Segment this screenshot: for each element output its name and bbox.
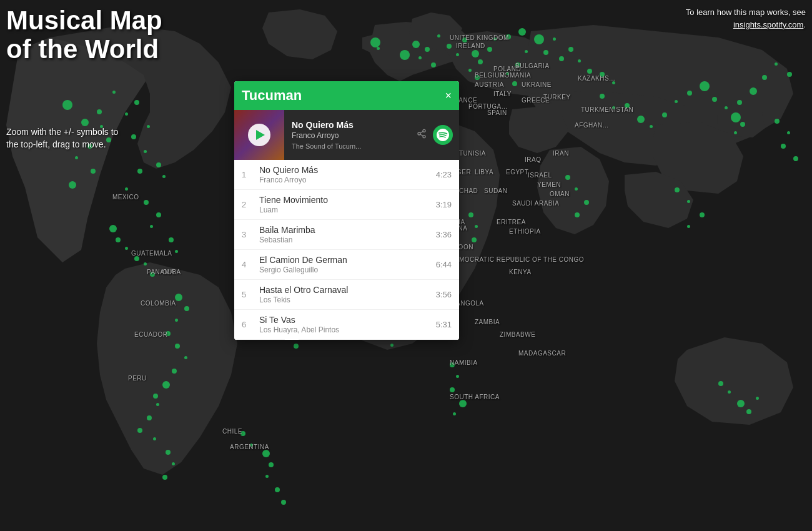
map-dot[interactable] (568, 47, 573, 52)
map-dot[interactable] (281, 500, 286, 505)
map-dot[interactable] (294, 344, 299, 349)
map-dot[interactable] (512, 81, 517, 86)
map-dot[interactable] (269, 462, 274, 467)
popup-close-button[interactable]: × (445, 90, 452, 101)
map-dot[interactable] (137, 428, 142, 433)
map-dot[interactable] (740, 122, 745, 127)
map-dot[interactable] (153, 437, 156, 440)
map-dot[interactable] (478, 59, 483, 64)
map-dot[interactable] (515, 62, 520, 67)
map-dot[interactable] (156, 162, 161, 167)
map-dot[interactable] (472, 50, 479, 57)
map-dot[interactable] (162, 381, 170, 389)
map-dot[interactable] (150, 225, 153, 228)
map-dot[interactable] (746, 409, 751, 414)
map-dot[interactable] (787, 131, 790, 134)
map-dot[interactable] (456, 375, 459, 378)
map-dot[interactable] (453, 412, 456, 415)
map-dot[interactable] (75, 156, 78, 159)
play-button[interactable] (248, 124, 270, 146)
map-dot[interactable] (475, 75, 480, 80)
track-list-item[interactable]: 3 Baila Marimba Sebastian 3:36 (234, 220, 459, 250)
map-dot[interactable] (506, 34, 511, 39)
map-dot[interactable] (762, 75, 767, 80)
map-dot[interactable] (275, 487, 280, 492)
map-dot[interactable] (600, 72, 605, 77)
map-dot[interactable] (793, 156, 798, 161)
map-dot[interactable] (156, 403, 159, 406)
map-dot[interactable] (175, 344, 180, 349)
map-dot[interactable] (725, 106, 728, 109)
map-dot[interactable] (718, 381, 723, 386)
map-dot[interactable] (125, 187, 128, 191)
insights-link[interactable]: insights.spotify.com (733, 20, 803, 29)
spotify-icon[interactable] (433, 125, 453, 145)
map-dot[interactable] (525, 50, 528, 53)
map-dot[interactable] (450, 362, 455, 367)
map-dot[interactable] (700, 212, 705, 217)
map-dot[interactable] (600, 94, 605, 99)
map-dot[interactable] (518, 28, 526, 36)
map-dot[interactable] (612, 106, 615, 109)
map-dot[interactable] (543, 50, 548, 55)
map-dot[interactable] (750, 87, 757, 95)
map-dot[interactable] (184, 306, 189, 311)
map-dot[interactable] (675, 187, 680, 192)
map-dot[interactable] (553, 37, 556, 41)
map-dot[interactable] (137, 169, 142, 174)
map-dot[interactable] (475, 225, 478, 228)
map-dot[interactable] (240, 431, 245, 436)
map-dot[interactable] (412, 41, 420, 48)
map-dot[interactable] (109, 225, 117, 232)
map-dot[interactable] (506, 72, 509, 75)
map-dot[interactable] (468, 212, 473, 217)
map-dot[interactable] (162, 475, 167, 480)
map-dot[interactable] (472, 237, 477, 242)
map-dot[interactable] (468, 69, 472, 72)
map-dot[interactable] (370, 37, 380, 47)
map-dot[interactable] (175, 250, 178, 253)
map-dot[interactable] (125, 247, 128, 250)
map-dot[interactable] (675, 100, 678, 103)
map-dot[interactable] (712, 97, 717, 102)
map-dot[interactable] (116, 237, 121, 242)
map-dot[interactable] (172, 462, 175, 465)
map-dot[interactable] (565, 175, 570, 180)
map-dot[interactable] (431, 62, 436, 67)
share-icon[interactable] (417, 129, 427, 141)
map-dot[interactable] (578, 59, 581, 62)
map-dot[interactable] (456, 53, 459, 56)
map-dot[interactable] (166, 450, 171, 455)
map-dot[interactable] (687, 225, 690, 228)
map-dot[interactable] (447, 44, 452, 49)
map-dot[interactable] (700, 81, 710, 91)
map-dot[interactable] (250, 444, 253, 447)
map-dot[interactable] (787, 72, 792, 77)
map-dot[interactable] (756, 397, 759, 400)
map-dot[interactable] (425, 47, 430, 52)
map-dot[interactable] (450, 387, 455, 392)
map-dot[interactable] (775, 62, 778, 66)
map-dot[interactable] (162, 175, 166, 178)
map-dot[interactable] (687, 91, 692, 96)
map-dot[interactable] (575, 187, 578, 191)
map-dot[interactable] (575, 212, 580, 217)
map-dot[interactable] (262, 450, 270, 457)
map-dot[interactable] (584, 200, 589, 205)
map-dot[interactable] (134, 256, 139, 261)
map-dot[interactable] (184, 356, 187, 359)
map-dot[interactable] (487, 47, 492, 52)
map-dot[interactable] (728, 390, 731, 394)
map-dot[interactable] (662, 112, 667, 117)
map-dot[interactable] (265, 475, 269, 478)
map-dot[interactable] (612, 81, 615, 84)
map-dot[interactable] (781, 144, 786, 149)
map-dot[interactable] (587, 69, 592, 74)
map-dot[interactable] (147, 415, 152, 420)
map-dot[interactable] (737, 400, 745, 407)
map-dot[interactable] (775, 119, 780, 124)
track-list-item[interactable]: 2 Tiene Movimiento Luam 3:19 (234, 190, 459, 220)
map-dot[interactable] (175, 294, 182, 301)
map-dot[interactable] (150, 272, 155, 277)
map-dot[interactable] (459, 400, 467, 407)
